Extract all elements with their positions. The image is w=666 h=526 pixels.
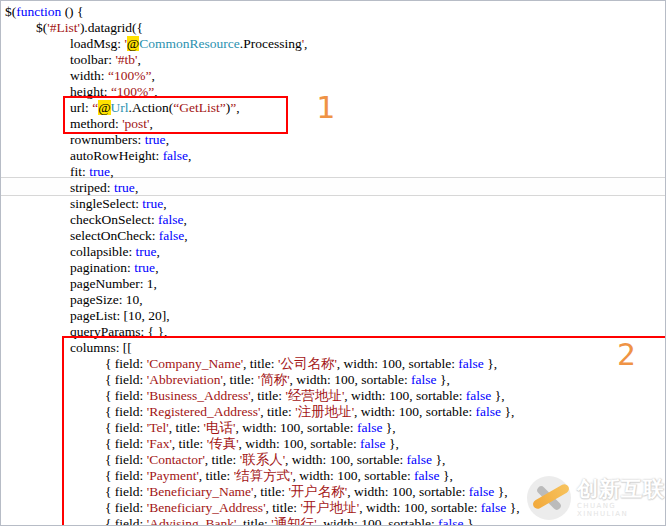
code-segment: “100%” <box>108 68 151 83</box>
code-segment: , <box>151 68 154 83</box>
code-segment: , <box>163 196 166 211</box>
watermark: 创新互联 CHUANG XINHULIAN <box>523 471 665 525</box>
code-segment: pagination: <box>70 260 134 275</box>
brand-logo-icon <box>527 476 571 520</box>
code-segment: , <box>138 52 141 67</box>
code-segment: @ <box>127 36 139 51</box>
code-line[interactable]: width: “100%”, <box>1 68 665 84</box>
code-line[interactable]: loadMsg: '@CommonResource.Processing', <box>1 36 665 52</box>
code-segment: , <box>188 148 191 163</box>
code-line[interactable]: collapsible: true, <box>1 244 665 260</box>
code-segment: autoRowHeight: <box>70 148 163 163</box>
code-segment: CommonResource <box>139 36 240 51</box>
code-segment: false <box>159 228 184 243</box>
code-line[interactable]: autoRowHeight: false, <box>1 148 665 164</box>
code-segment: , <box>304 36 307 51</box>
code-segment: pageNumber: 1, <box>70 276 157 291</box>
code-line-current[interactable]: striped: true, <box>1 180 665 196</box>
code-line[interactable]: singleSelect: true, <box>1 196 665 212</box>
code-segment: pageList: [10, 20], <box>70 308 170 323</box>
code-segment: width: <box>70 68 108 83</box>
code-line[interactable]: pageNumber: 1, <box>1 276 665 292</box>
code-line[interactable]: toolbar: '#tb', <box>1 52 665 68</box>
code-line[interactable]: pageList: [10, 20], <box>1 308 665 324</box>
code-segment: ).datagrid({ <box>80 20 143 35</box>
code-segment: $( <box>5 4 16 19</box>
code-line[interactable]: fit: true, <box>1 164 665 180</box>
code-line[interactable]: checkOnSelect: false, <box>1 212 665 228</box>
code-line[interactable]: $(function () { <box>1 4 665 20</box>
code-segment: true <box>136 244 157 259</box>
code-segment: false <box>163 148 188 163</box>
code-line[interactable]: $('#List').datagrid({ <box>1 20 665 36</box>
code-editor-screenshot: $(function () {$('#List').datagrid({load… <box>0 0 666 526</box>
code-segment: '#tb' <box>115 52 137 67</box>
code-segment: () { <box>61 4 83 19</box>
code-segment: striped: <box>70 180 114 195</box>
watermark-text-block: 创新互联 CHUANG XINHULIAN <box>577 478 665 518</box>
code-line[interactable]: selectOnCheck: false, <box>1 228 665 244</box>
code-segment: fit: <box>70 164 89 179</box>
code-segment: , <box>184 228 187 243</box>
code-segment: false <box>158 212 183 227</box>
code-line[interactable]: pagination: true, <box>1 260 665 276</box>
code-segment: checkOnSelect: <box>70 212 158 227</box>
code-line[interactable]: rownumbers: true, <box>1 132 665 148</box>
watermark-subtext: CHUANG XINHULIAN <box>577 502 665 518</box>
code-segment: , <box>110 164 113 179</box>
code-segment: , <box>135 180 138 195</box>
code-segment: '#List' <box>47 20 80 35</box>
annotation-box-1 <box>63 96 288 134</box>
code-segment: true <box>145 132 166 147</box>
code-segment: true <box>89 164 110 179</box>
code-segment: selectOnCheck: <box>70 228 159 243</box>
code-segment: true <box>114 180 135 195</box>
code-segment: , <box>166 132 169 147</box>
code-segment: pageSize: 10, <box>70 292 143 307</box>
code-segment: singleSelect: <box>70 196 142 211</box>
watermark-brand: 创新互联 <box>577 478 665 501</box>
code-segment: , <box>155 260 158 275</box>
code-segment: function <box>16 4 61 19</box>
annotation-label-2: 2 <box>617 339 636 370</box>
code-segment: , <box>184 212 187 227</box>
code-segment: toolbar: <box>70 52 115 67</box>
code-segment: .Processing <box>240 36 302 51</box>
code-line[interactable]: pageSize: 10, <box>1 292 665 308</box>
code-segment: rownumbers: <box>70 132 145 147</box>
code-segment: , <box>157 244 160 259</box>
annotation-label-1: 1 <box>316 92 335 123</box>
code-segment: loadMsg: <box>70 36 124 51</box>
code-segment: collapsible: <box>70 244 136 259</box>
code-segment: true <box>134 260 155 275</box>
code-segment: true <box>142 196 163 211</box>
code-segment: $( <box>36 20 47 35</box>
